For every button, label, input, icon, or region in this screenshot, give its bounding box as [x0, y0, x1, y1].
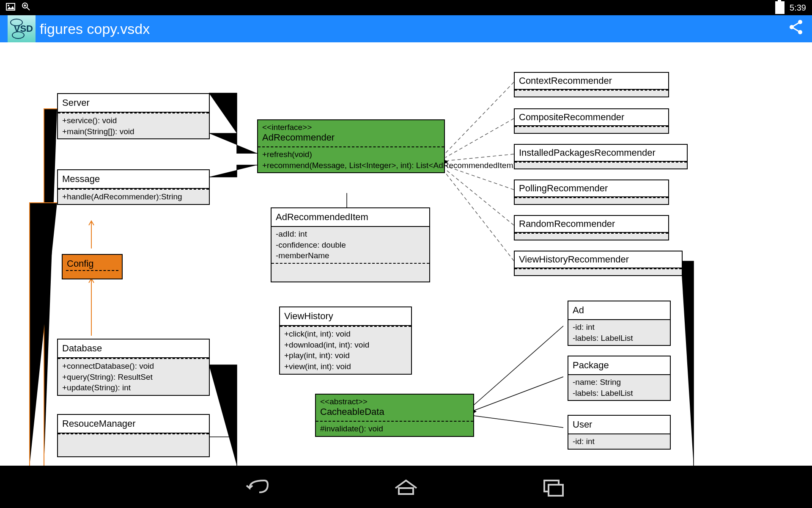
stereotype: <<abstract>>	[316, 395, 473, 406]
app-icon: VSD	[8, 15, 36, 42]
class-database[interactable]: Database +connectDatabase(): void +query…	[57, 339, 210, 396]
class-methods: +refresh(void) +recommend(Message, List<…	[258, 147, 444, 172]
back-icon[interactable]	[243, 474, 273, 500]
class-name: ViewHistoryRecommender	[515, 251, 682, 268]
class-methods: +handle(AdRecommender):String	[58, 190, 209, 204]
svg-rect-13	[549, 485, 563, 496]
class-name: Config	[63, 255, 122, 270]
class-name: Ad	[568, 301, 670, 320]
class-name: RandomRecommender	[515, 216, 668, 233]
magnify-plus-icon	[21, 2, 31, 14]
app-titlebar: VSD figures copy.vsdx	[0, 15, 812, 42]
class-polling-recommender[interactable]: PollingRecommender	[514, 179, 669, 205]
class-random-recommender[interactable]: RandomRecommender	[514, 215, 669, 240]
class-methods: +click(int, int): void +download(int, in…	[280, 327, 411, 374]
svg-line-3	[27, 8, 30, 10]
class-name: CacheableData	[316, 406, 473, 421]
svg-point-1	[8, 5, 9, 6]
class-message[interactable]: Message +handle(AdRecommender):String	[57, 169, 210, 205]
class-attrs: -adId: int -confidence: double -memberNa…	[272, 227, 429, 264]
stereotype: <<interface>>	[258, 120, 444, 132]
class-ad[interactable]: Ad -id: int -labels: LabelList	[568, 301, 671, 346]
android-nav-bar	[0, 466, 812, 508]
class-viewhistory[interactable]: ViewHistory +click(int, int): void +down…	[279, 306, 412, 375]
share-icon[interactable]	[787, 19, 804, 39]
class-user[interactable]: User -id: int	[568, 415, 671, 450]
class-name: User	[568, 416, 670, 434]
class-name: Server	[58, 94, 209, 113]
recents-icon[interactable]	[539, 474, 569, 500]
svg-line-9	[792, 22, 800, 27]
class-viewhistory-recommender[interactable]: ViewHistoryRecommender	[514, 251, 683, 276]
class-methods: #invalidate(): void	[316, 422, 473, 436]
class-adrecommendeditem[interactable]: AdRecommendedItem -adId: int -confidence…	[271, 207, 430, 282]
class-attrs: -id: int -labels: LabelList	[568, 320, 670, 345]
interface-adrecommender[interactable]: <<interface>> AdRecommender +refresh(voi…	[257, 119, 445, 173]
class-name: CompositeRecommender	[515, 109, 668, 126]
class-context-recommender[interactable]: ContextRecommender	[514, 72, 669, 97]
class-attrs: -name: String -labels: LabelList	[568, 375, 670, 400]
diagram-canvas[interactable]: Server +service(): void +main(String[]):…	[0, 42, 812, 466]
battery-icon	[775, 1, 785, 14]
class-methods: +connectDatabase(): void +query(String):…	[58, 359, 209, 395]
class-name: Package	[568, 356, 670, 375]
class-server[interactable]: Server +service(): void +main(String[]):…	[57, 93, 210, 139]
class-name: InstalledPackagesRecommender	[515, 145, 687, 162]
class-name: Database	[58, 340, 209, 358]
clock: 5:39	[790, 3, 806, 13]
class-attrs: -id: int	[568, 434, 670, 449]
class-name: AdRecommendedItem	[272, 208, 429, 227]
abstract-cacheabledata[interactable]: <<abstract>> CacheableData #invalidate()…	[315, 394, 474, 437]
class-name: ViewHistory	[280, 307, 411, 326]
class-name: Message	[58, 170, 209, 189]
class-composite-recommender[interactable]: CompositeRecommender	[514, 108, 669, 134]
class-methods: +service(): void +main(String[]): void	[58, 113, 209, 138]
class-installed-packages-recommender[interactable]: InstalledPackagesRecommender	[514, 144, 688, 169]
class-name: AdRecommender	[258, 132, 444, 146]
svg-line-10	[792, 27, 800, 32]
android-status-bar: 5:39	[0, 0, 812, 15]
class-name: ContextRecommender	[515, 73, 668, 90]
class-name: ResouceManager	[58, 415, 209, 433]
class-name: PollingRecommender	[515, 180, 668, 197]
svg-rect-11	[399, 488, 413, 494]
gallery-icon	[6, 3, 15, 13]
class-config[interactable]: Config	[62, 254, 123, 279]
document-title: figures copy.vsdx	[40, 21, 150, 37]
class-resource-manager[interactable]: ResouceManager	[57, 414, 210, 457]
home-icon[interactable]	[391, 474, 421, 500]
class-package[interactable]: Package -name: String -labels: LabelList	[568, 356, 671, 401]
